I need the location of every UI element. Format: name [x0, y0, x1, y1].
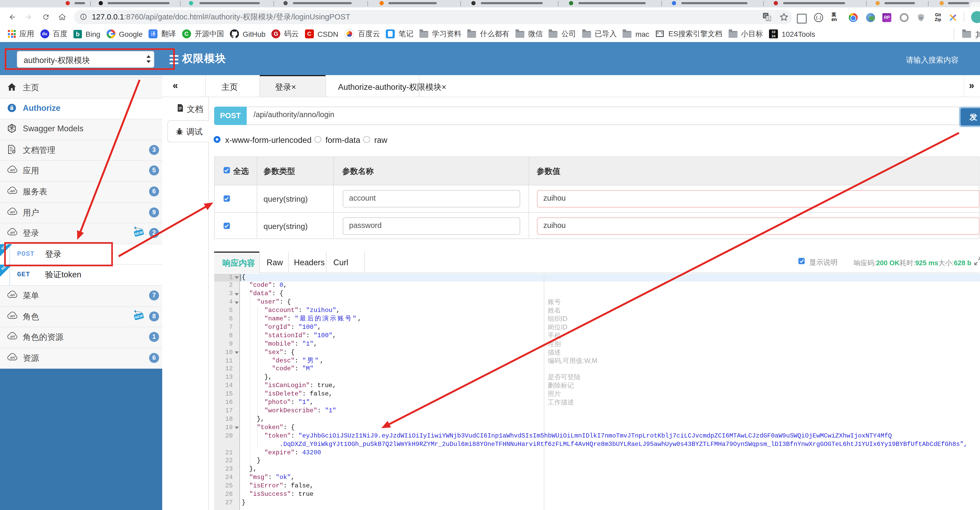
- svg-text:API: API: [10, 169, 15, 172]
- svg-text:A: A: [11, 125, 13, 128]
- svg-text:API: API: [10, 356, 15, 359]
- svg-text:API: API: [10, 210, 15, 214]
- svg-text:文: 文: [767, 16, 770, 21]
- svg-text:API: API: [10, 190, 15, 193]
- svg-text:API: API: [10, 231, 15, 234]
- svg-text:API: API: [10, 335, 15, 338]
- svg-text:API: API: [10, 314, 15, 317]
- svg-text:API: API: [10, 293, 15, 297]
